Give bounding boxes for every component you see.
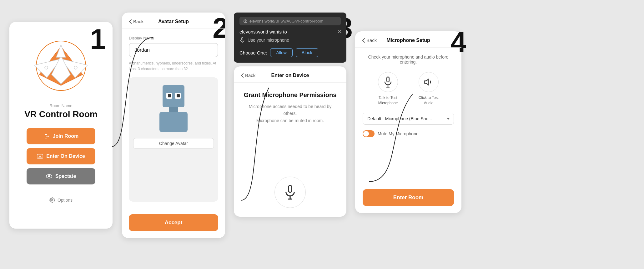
card4-back-button[interactable]: Back [362,38,377,43]
card4-title: Microphone Setup [386,38,430,43]
grant-desc: Microphone access needed to be heard by … [249,103,332,124]
spectate-button[interactable]: Spectate [27,168,95,184]
room-name: VR Control Room [24,109,97,119]
enter-room-button[interactable]: Enter Room [363,189,454,206]
options-label: Options [58,198,73,203]
join-room-button[interactable]: Join Room [27,128,95,144]
step-1-number: 1 [90,25,106,53]
mute-row: Mute My Microphone [363,130,454,137]
input-hint: Alphanumerics, hyphens, underscores, and… [129,60,218,72]
svg-rect-21 [245,22,246,23]
microphone-select[interactable]: Default - Microphone (Blue Sno... [363,113,454,125]
popup-close-button[interactable]: ✕ [337,28,342,35]
options-button[interactable]: Options [49,197,73,203]
card2-title: Avatar Setup [158,19,189,24]
enter-on-device-button[interactable]: Enter On Device [27,148,95,164]
choose-label: Choose One: [239,50,267,55]
mute-label: Mute My Microphone [378,131,419,136]
mic-test-control[interactable]: Talk to Test Microphone [375,72,400,106]
browser-url-prefix: elevons.world/ [249,19,275,23]
browser-url: elevons.world/BFwwA6G/vr-control-room [249,19,323,23]
grant-title: Grant Microphone Permissions [244,91,337,99]
mute-toggle[interactable] [363,130,375,137]
svg-rect-20 [245,20,246,22]
svg-rect-19 [159,112,188,132]
svg-rect-13 [163,85,184,107]
card3-header: Back Enter on Device [234,66,346,83]
main-container: 1 Room Name [0,0,644,269]
spectate-label: Spectate [55,173,76,179]
grant-desc-3: Microphone can be muted in room. [256,118,324,123]
check-desc: Check your microphone and audio before e… [363,54,454,65]
svg-marker-31 [425,79,428,85]
step-1-card: 1 Room Name [9,22,113,229]
svg-rect-25 [289,185,292,192]
change-avatar-button[interactable]: Change Avatar [133,138,214,149]
speaker-icon-circle [419,72,439,92]
mic-test-label: Talk to Test Microphone [375,95,400,106]
card3-title: Enter on Device [271,73,309,78]
display-name-label: Display Name [129,36,218,40]
mic-icon-circle [378,72,398,92]
browser-permission-popup: elevons.world/BFwwA6G/vr-control-room ✕ … [234,13,346,63]
card2-back-label: Back [133,19,143,24]
card3-back-label: Back [245,73,255,78]
card3-body: Grant Microphone Permissions Microphone … [234,83,346,217]
divider [27,191,95,191]
display-name-input[interactable] [129,43,218,57]
permission-question: elevons.world wants to [239,29,341,34]
svg-rect-28 [387,77,389,82]
card2-body: Display Name Alphanumerics, hyphens, und… [122,29,225,214]
grant-desc-1: Microphone access needed to be heard by [249,104,332,109]
accept-label: Accept [165,220,183,225]
step-2-card: 2 Back Avatar Setup Display Name Alphanu… [122,13,225,238]
card4-body: Check your microphone and audio before e… [355,48,461,213]
svg-point-5 [45,66,48,69]
logo-area [30,34,92,97]
join-room-label: Join Room [53,133,79,139]
card3-back-button[interactable]: Back [241,73,255,78]
grant-desc-2: others. [284,111,297,116]
svg-point-8 [39,156,41,157]
enter-room-label: Enter Room [393,194,423,200]
svg-rect-16 [168,94,171,97]
block-button[interactable]: Block [296,48,318,57]
svg-rect-9 [38,158,42,158]
svg-point-12 [52,199,53,201]
step-4-card: 4 Back Microphone Setup Check your micro… [355,31,461,213]
browser-url-path: BFwwA6G/vr-control-room [275,19,323,23]
logo-bird [34,40,88,91]
accept-button[interactable]: Accept [129,214,218,231]
block-label: Block [302,50,312,55]
allow-label: Allow [276,50,286,55]
permission-detail-label: Use your microphone [248,38,289,43]
card2-back-button[interactable]: Back [129,19,143,24]
svg-point-11 [48,175,50,178]
audio-controls: Talk to Test Microphone Click to Test Au… [363,72,454,106]
room-name-label: Room Name [50,103,73,108]
svg-rect-22 [242,37,243,40]
step-3-wrapper: 3 elevons.world/BFwwA6G/vr-control-room … [234,13,346,217]
svg-point-6 [74,66,77,69]
change-avatar-label: Change Avatar [159,141,188,146]
enter-on-device-label: Enter On Device [46,153,85,159]
card4-header: Back Microphone Setup [355,31,461,48]
avatar-figure [153,84,194,134]
microphone-icon-circle [274,177,306,208]
card4-back-label: Back [366,38,377,43]
permission-detail: Use your microphone [239,37,341,43]
browser-address-bar: elevons.world/BFwwA6G/vr-control-room [239,17,341,25]
avatar-box: Change Avatar [129,77,218,202]
card2-header: Back Avatar Setup [122,13,225,29]
svg-rect-18 [169,107,178,112]
audio-test-control[interactable]: Click to Test Audio [416,72,441,106]
allow-button[interactable]: Allow [270,48,292,57]
audio-test-label: Click to Test Audio [416,95,441,106]
step-3-card: Back Enter on Device Grant Microphone Pe… [234,66,346,217]
svg-rect-17 [177,94,180,97]
choose-row: Choose One: Allow Block [239,48,341,57]
